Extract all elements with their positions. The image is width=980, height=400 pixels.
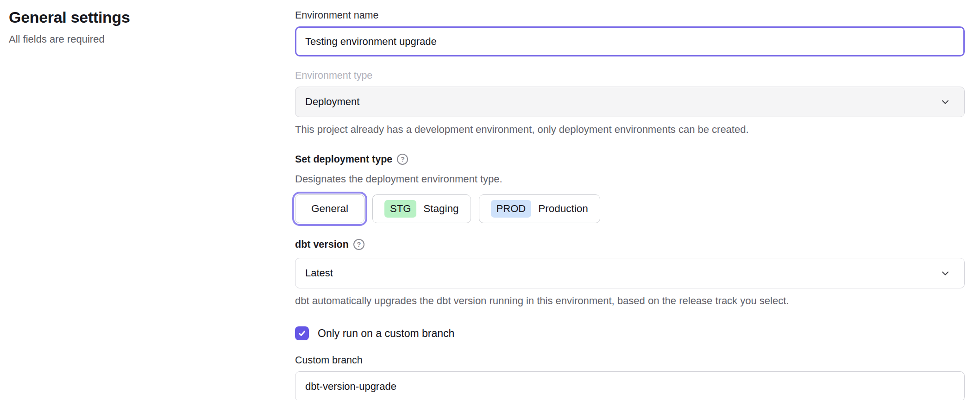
deployment-type-production-label: Production	[538, 203, 588, 215]
help-icon[interactable]: ?	[353, 239, 364, 250]
chevron-down-icon	[940, 96, 951, 107]
help-icon[interactable]: ?	[397, 154, 408, 165]
deployment-type-general-button[interactable]: General	[295, 194, 364, 223]
environment-type-field: Environment type Deployment This project…	[295, 69, 965, 136]
custom-branch-input[interactable]	[295, 371, 965, 400]
environment-type-select[interactable]: Deployment	[295, 87, 965, 117]
custom-branch-field: Custom branch	[295, 354, 965, 400]
chevron-down-icon	[940, 268, 951, 279]
dbt-version-helper: dbt automatically upgrades the dbt versi…	[295, 294, 965, 307]
environment-name-input[interactable]	[295, 26, 965, 56]
staging-badge: STG	[384, 200, 416, 218]
deployment-type-production-button[interactable]: PROD Production	[479, 194, 600, 223]
section-header: General settings All fields are required	[0, 0, 295, 400]
deployment-type-staging-button[interactable]: STG Staging	[372, 194, 471, 223]
page-title: General settings	[9, 7, 295, 27]
custom-branch-checkbox[interactable]	[295, 326, 309, 340]
deployment-type-label: Set deployment type	[295, 153, 392, 165]
environment-type-value: Deployment	[305, 96, 359, 108]
custom-branch-label: Custom branch	[295, 354, 965, 366]
environment-type-helper: This project already has a development e…	[295, 123, 965, 136]
dbt-version-select[interactable]: Latest	[295, 258, 965, 288]
dbt-version-field: dbt version ? Latest dbt automatically u…	[295, 238, 965, 307]
custom-branch-checkbox-row: Only run on a custom branch	[295, 326, 965, 340]
environment-name-field: Environment name	[295, 9, 965, 56]
deployment-type-staging-label: Staging	[423, 203, 459, 215]
dbt-version-value: Latest	[305, 267, 333, 279]
checkmark-icon	[297, 329, 307, 338]
page-subtitle: All fields are required	[9, 33, 295, 46]
custom-branch-checkbox-label[interactable]: Only run on a custom branch	[318, 327, 454, 340]
deployment-type-options: General STG Staging PROD Production	[295, 194, 965, 223]
deployment-type-field: Set deployment type ? Designates the dep…	[295, 153, 965, 223]
environment-name-label: Environment name	[295, 9, 965, 21]
deployment-type-helper: Designates the deployment environment ty…	[295, 173, 965, 186]
general-settings-page: General settings All fields are required…	[0, 0, 980, 400]
deployment-type-general-label: General	[311, 203, 348, 215]
environment-type-label: Environment type	[295, 69, 965, 81]
dbt-version-label: dbt version	[295, 238, 349, 250]
settings-form: Environment name Environment type Deploy…	[295, 0, 965, 400]
production-badge: PROD	[491, 200, 532, 218]
